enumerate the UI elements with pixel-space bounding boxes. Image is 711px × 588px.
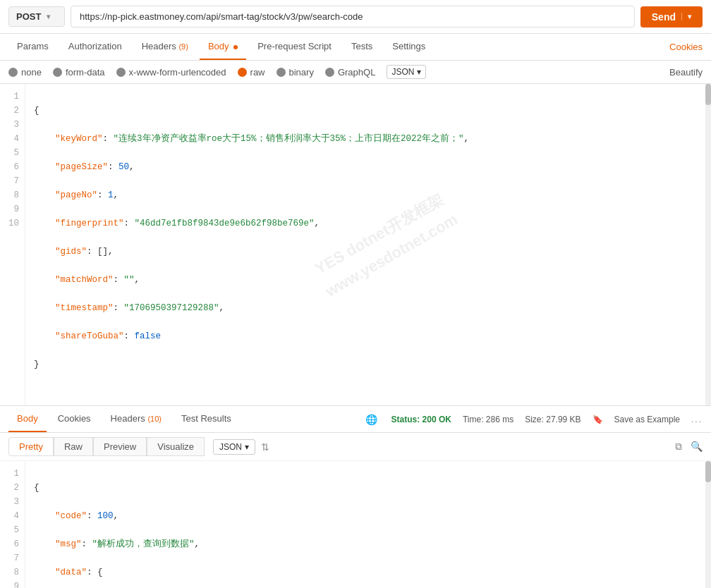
request-code-content[interactable]: { "keyWord": "连续3年净资产收益率roe大于15%；销售利润率大于… [25,84,711,405]
request-code-editor: 12345 678910 { "keyWord": "连续3年净资产收益率roe… [0,84,711,406]
response-headers-badge: (10) [147,415,162,423]
radio-form-data-icon [53,68,62,77]
filter-icon[interactable]: ⇅ [261,441,269,453]
request-scrollbar[interactable] [705,84,711,405]
response-size: Size: 27.99 KB [525,415,581,424]
radio-none-icon [8,68,18,77]
tab-settings[interactable]: Settings [384,34,434,60]
request-line-numbers: 12345 678910 [0,84,25,405]
response-json-select[interactable]: JSON ▾ [213,439,255,455]
save-as-example-button[interactable]: Save as Example [614,415,680,424]
resp-tab-visualize[interactable]: Visualize [147,437,205,456]
search-icon[interactable]: 🔍 [691,441,703,453]
status-code: Status: 200 OK [391,415,451,424]
response-tabs: Body Cookies Headers (10) Test Results 🌐… [0,406,711,433]
option-none[interactable]: none [8,67,42,78]
tab-response-body[interactable]: Body [8,406,47,432]
tab-pre-request-script[interactable]: Pre-request Script [249,34,340,60]
tab-headers[interactable]: Headers (9) [133,34,197,60]
method-select[interactable]: POST ▾ [8,6,65,27]
url-bar: POST ▾ Send ▾ [0,0,711,34]
response-line-numbers: 123456 789101112 131415161718 19202122 [0,461,25,588]
body-options: none form-data x-www-form-urlencoded raw… [0,61,711,84]
radio-raw-icon [238,68,247,77]
response-scrollbar[interactable] [705,461,711,588]
cookies-link[interactable]: Cookies [669,42,703,52]
response-status-bar: 🌐 Status: 200 OK Time: 286 ms Size: 27.9… [365,414,703,425]
tab-tests[interactable]: Tests [343,34,381,60]
option-binary[interactable]: binary [276,67,314,78]
method-chevron-icon: ▾ [47,13,50,20]
tab-response-headers[interactable]: Headers (10) [102,406,170,432]
response-time: Time: 286 ms [463,415,514,424]
request-tabs: Params Authorization Headers (9) Body Pr… [0,34,711,61]
option-form-data[interactable]: form-data [53,67,105,78]
response-code-content[interactable]: { "code": 100, "msg": "解析成功，查询到数据", "dat… [25,461,711,588]
tab-response-cookies[interactable]: Cookies [49,406,99,432]
tab-params[interactable]: Params [8,34,57,60]
response-scrollbar-thumb[interactable] [705,461,711,482]
resp-tab-preview[interactable]: Preview [93,437,147,456]
radio-binary-icon [276,68,286,77]
request-scrollbar-thumb[interactable] [705,84,711,105]
radio-urlencoded-icon [116,68,126,77]
more-options-button[interactable]: ... [691,415,703,424]
response-body-options: Pretty Raw Preview Visualize JSON ▾ ⇅ ⧉ … [0,433,711,461]
radio-graphql-icon [325,68,334,77]
tab-authorization[interactable]: Authorization [60,34,130,60]
resp-tab-raw[interactable]: Raw [54,437,93,456]
option-raw[interactable]: raw [238,67,265,78]
method-label: POST [16,11,41,22]
response-code-editor: 123456 789101112 131415161718 19202122 {… [0,461,711,588]
globe-icon: 🌐 [365,414,377,425]
tab-test-results[interactable]: Test Results [173,406,240,432]
url-input[interactable] [71,6,635,27]
option-urlencoded[interactable]: x-www-form-urlencoded [116,67,226,78]
body-dot-icon [233,45,238,49]
response-section: Body Cookies Headers (10) Test Results 🌐… [0,406,711,588]
send-chevron-icon: ▾ [681,13,691,20]
option-graphql[interactable]: GraphQL [325,67,375,78]
copy-icon[interactable]: ⧉ [675,441,682,453]
headers-badge: (9) [178,42,188,51]
json-type-select[interactable]: JSON ▾ [387,65,426,79]
send-label: Send [652,11,676,23]
resp-tab-pretty[interactable]: Pretty [8,437,54,456]
response-action-icons: ⧉ 🔍 [675,441,703,453]
tab-body[interactable]: Body [200,34,246,60]
beautify-button[interactable]: Beautify [669,67,703,78]
save-icon: 🔖 [592,415,603,424]
send-button[interactable]: Send ▾ [640,6,703,27]
